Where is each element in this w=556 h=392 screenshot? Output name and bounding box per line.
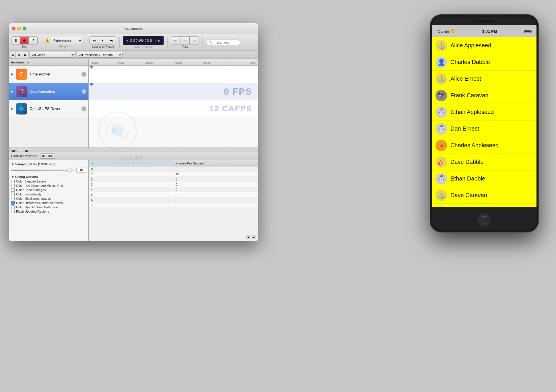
contact-name: Dave Dabble <box>450 159 484 165</box>
sampling-rate-title: ▼ Sampling Rate (1/10th sec) <box>11 162 86 166</box>
checkbox-color-blended[interactable] <box>11 180 15 183</box>
expand-icon-ogl: ▶ <box>11 107 15 110</box>
stop-label: Stop <box>22 45 28 48</box>
all-processes-select[interactable]: All Processes / Threads <box>77 52 123 58</box>
table-row: 5 0 <box>89 192 258 197</box>
checkbox-color-hits[interactable] <box>11 184 15 187</box>
list-item[interactable]: ⚓ Alice Appleseed <box>432 37 536 54</box>
home-button-inner <box>481 216 488 224</box>
inspection-controls: ⏮ ⏵ ⏭ <box>90 36 116 44</box>
list-item[interactable]: ⛄ Ethan Appleseed <box>432 104 536 121</box>
all-cores-select[interactable]: All Cores <box>30 52 75 58</box>
list-item[interactable]: 🦅 Frank Caravan <box>432 87 536 104</box>
debug-option-5: Color Offscreen-Rendered Yellow <box>11 201 86 205</box>
list-item[interactable]: ⛄ Ethan Dabble <box>432 170 536 187</box>
view-btn-3[interactable]: ▭ <box>190 37 199 44</box>
instrument-row-time-profiler[interactable]: ▶ ⏱ Time Profiler i <box>9 66 88 83</box>
opengl-label: OpenGL ES Driver <box>30 106 61 111</box>
timer-arrow-left[interactable]: ◀ <box>126 39 128 42</box>
record-button[interactable]: ⏺ <box>20 37 29 44</box>
filter-tree-view[interactable]: ≣ <box>22 52 28 58</box>
core-animation-label: Core Animation <box>30 89 55 94</box>
carrier-info: Carrier 📶 <box>438 29 455 34</box>
run-info-label: Run 10 of 10 <box>135 46 151 49</box>
table-row: 4 0 <box>89 187 258 192</box>
checkbox-color-copied[interactable] <box>11 188 15 192</box>
debug-option-3: Color Immediately <box>11 193 86 196</box>
bottom-section-title: Core Animation <box>11 154 37 158</box>
cell-sample-7: 7 <box>89 203 173 207</box>
debug-options-title: ▼ Debug Options <box>11 175 86 178</box>
carrier-label: Carrier <box>438 29 449 34</box>
filter-view-buttons: ≡ ⊞ ≣ <box>10 52 28 58</box>
list-item[interactable]: ⛄ Dan Ernest <box>432 121 536 137</box>
list-item[interactable]: 🔺 Charles Appleseed <box>432 137 536 154</box>
pause-button[interactable]: ⏸ <box>11 37 20 44</box>
battery-icon <box>524 30 531 33</box>
toolbar-sep-2 <box>86 37 86 48</box>
view-btn-2[interactable]: ▭ <box>180 37 190 44</box>
cell-sample-0: 0 <box>89 166 173 171</box>
opengl-info[interactable]: i <box>81 106 86 111</box>
timer-arrow-right[interactable]: ▶ <box>158 39 161 42</box>
label-flash-updated: Flash Updated Regions <box>16 210 49 213</box>
maximize-button[interactable] <box>23 27 26 30</box>
debug-panel: ▼ Sampling Rate (1/10th sec) 10 ▼ Deb <box>9 160 89 241</box>
cell-fps-0: 0 <box>173 166 258 171</box>
label-color-blended: Color Blended Layers <box>16 180 46 183</box>
iphone-speaker <box>476 21 493 22</box>
iphone-device: Carrier 📶 3:01 PM ⚓ Alice Appleseed 👤 Ch… <box>430 14 539 232</box>
checkbox-flash-updated[interactable] <box>11 210 15 213</box>
time-profiler-info[interactable]: i <box>81 72 86 77</box>
search-input[interactable] <box>214 41 237 44</box>
checkbox-color-misaligned[interactable] <box>11 197 15 200</box>
table-row: 1 13 <box>89 172 258 177</box>
view-btn-1[interactable]: ▭ <box>171 37 180 44</box>
contact-name: Alice Ernest <box>450 75 481 82</box>
list-item[interactable]: ⚓ Alice Ernest <box>432 71 536 87</box>
toolbar: ⏸ ⏺ ↺ Stop ⚠️ Performance Target ⏮ ⏵ ⏭ I… <box>9 34 258 51</box>
instrument-row-opengl[interactable]: ▶ 🔷 OpenGL ES Driver i <box>9 100 88 117</box>
timeline-ruler: |00:00 |00:10 |00:20 |00:30 |00:40 Exte <box>89 59 258 66</box>
ruler-30: |00:30 <box>175 61 182 64</box>
timeline-track-tp <box>89 66 258 83</box>
cell-fps-6: 0 <box>173 197 258 202</box>
list-item[interactable]: 👤 Charles Dabble <box>432 54 536 71</box>
expand-icon-ca: ▶ <box>11 90 15 93</box>
timeline-track-ca: 0 FPS <box>89 83 258 100</box>
col-header-sample[interactable]: ▲ <box>89 160 173 166</box>
home-button[interactable] <box>478 214 490 226</box>
filter-detail-view[interactable]: ⊞ <box>16 52 22 58</box>
contact-name: Ethan Dabble <box>450 175 485 182</box>
expand-icon: ▶ <box>11 73 15 76</box>
ruler-10: |00:10 <box>117 61 125 64</box>
inspection-play-button[interactable]: ⏵ <box>98 37 107 44</box>
table-view-button[interactable]: ⊞ Table <box>40 153 55 159</box>
sampling-slider[interactable] <box>11 170 74 171</box>
inspection-end-button[interactable]: ⏭ <box>107 37 116 44</box>
core-animation-info[interactable]: i <box>81 89 86 94</box>
checkbox-color-immediately[interactable] <box>11 193 15 196</box>
instrument-row-core-animation[interactable]: ▶ 🎬 Core Animation i <box>9 83 88 100</box>
avatar: ⚓ <box>436 40 447 51</box>
status-time: 3:01 PM <box>482 29 497 34</box>
ruler-ext: Exte <box>250 61 256 64</box>
scroll-left-btn[interactable]: ◀ <box>246 235 250 239</box>
inspection-start-button[interactable]: ⏮ <box>90 37 98 44</box>
checkbox-color-opengl[interactable] <box>11 205 15 209</box>
scroll-right-btn[interactable]: ▶ <box>252 235 256 239</box>
target-select[interactable]: Performance <box>51 37 82 44</box>
contact-name: Dave Caravan <box>450 192 487 199</box>
close-button[interactable] <box>12 27 15 30</box>
filter-list-view[interactable]: ≡ <box>10 52 16 58</box>
checkbox-color-offscreen[interactable] <box>11 201 15 205</box>
contact-name: Charles Appleseed <box>450 142 499 149</box>
list-item[interactable]: 👤 Frank Ernest <box>432 204 536 207</box>
list-item[interactable]: 🎸 Dave Dabble <box>432 154 536 170</box>
table-label: Table <box>46 154 53 158</box>
col-header-fps[interactable]: Frames Per Second <box>173 160 258 166</box>
transport-group: ⏸ ⏺ ↺ Stop <box>11 36 38 48</box>
refresh-button[interactable]: ↺ <box>29 37 37 44</box>
minimize-button[interactable] <box>17 27 21 30</box>
list-item[interactable]: ⚓ Dave Caravan <box>432 187 536 204</box>
